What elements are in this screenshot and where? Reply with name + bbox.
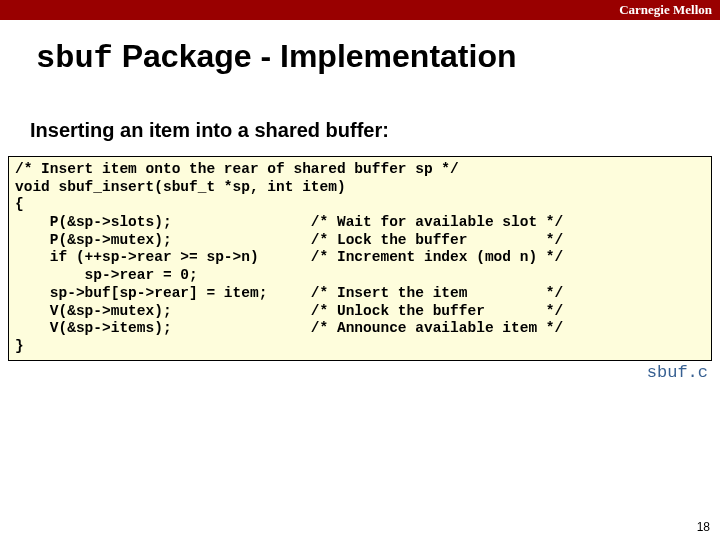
header-bar: Carnegie Mellon — [0, 0, 720, 20]
subheading: Inserting an item into a shared buffer: — [30, 119, 720, 142]
university-label: Carnegie Mellon — [619, 0, 712, 20]
slide-title: sbuf Package - Implementation — [36, 38, 720, 77]
title-rest: Package - Implementation — [113, 38, 517, 74]
title-code: sbuf — [36, 40, 113, 77]
source-filename: sbuf.c — [0, 363, 708, 382]
code-listing: /* Insert item onto the rear of shared b… — [8, 156, 712, 361]
page-number: 18 — [697, 520, 710, 534]
